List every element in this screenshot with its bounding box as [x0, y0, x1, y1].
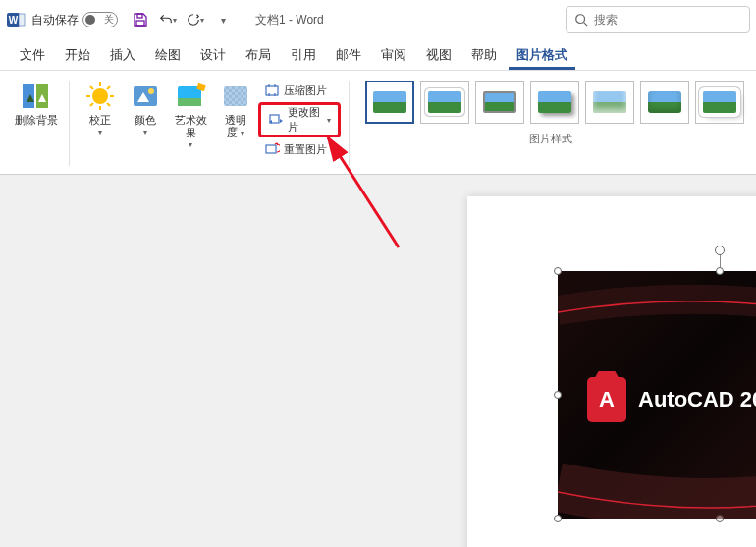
- group-adjust: 校正 ▾ 颜色 ▾ 艺术效果 ▾ 透明 度 ▾: [74, 77, 345, 170]
- tab-view[interactable]: 视图: [418, 40, 459, 70]
- change-picture-label: 更改图片: [288, 105, 323, 135]
- search-input[interactable]: [594, 13, 741, 27]
- color-button[interactable]: 颜色 ▾: [123, 77, 168, 140]
- svg-line-6: [584, 23, 588, 27]
- chevron-down-icon: ▾: [327, 116, 331, 125]
- tab-picture-format[interactable]: 图片格式: [509, 40, 575, 70]
- rotation-handle[interactable]: [715, 246, 725, 255]
- svg-rect-3: [137, 14, 142, 18]
- tab-draw[interactable]: 绘图: [147, 40, 189, 70]
- search-box[interactable]: [566, 6, 750, 33]
- tab-home[interactable]: 开始: [57, 40, 98, 70]
- change-picture-icon: [268, 112, 284, 128]
- svg-rect-7: [23, 84, 34, 108]
- tab-review[interactable]: 审阅: [373, 40, 414, 70]
- reset-picture-button[interactable]: 重置图片 ▾: [258, 137, 341, 161]
- tab-help[interactable]: 帮助: [463, 40, 505, 70]
- svg-rect-4: [136, 21, 144, 26]
- tab-references[interactable]: 引用: [283, 40, 324, 70]
- autocad-text: AutoCAD 20: [638, 387, 756, 412]
- svg-rect-2: [19, 14, 25, 26]
- autosave-toggle[interactable]: 关: [82, 12, 118, 27]
- remove-background-button[interactable]: 删除背景: [12, 77, 61, 131]
- svg-rect-24: [178, 98, 201, 106]
- redo-button[interactable]: ▾: [187, 11, 204, 28]
- tab-insert[interactable]: 插入: [102, 40, 143, 70]
- color-label: 颜色: [135, 114, 156, 127]
- compress-icon: [264, 82, 280, 98]
- artistic-effects-button[interactable]: 艺术效果 ▾: [168, 77, 213, 153]
- svg-line-19: [107, 86, 110, 89]
- chevron-down-icon: ▾: [331, 145, 335, 154]
- picture-style-2[interactable]: [420, 81, 469, 124]
- picture-style-1[interactable]: [365, 81, 414, 124]
- chevron-down-icon: ▾: [241, 129, 244, 137]
- picture-styles-gallery: [357, 77, 744, 124]
- transparency-button[interactable]: 透明 度 ▾: [213, 77, 258, 143]
- transparency-label-2: 度: [227, 126, 238, 137]
- autosave-toggle-wrap: 自动保存 关: [31, 12, 118, 28]
- svg-rect-29: [224, 86, 247, 106]
- autosave-label: 自动保存: [31, 12, 79, 28]
- autocad-icon: A: [587, 377, 626, 422]
- picture-style-4[interactable]: [530, 81, 579, 124]
- chevron-down-icon: ▾: [98, 128, 102, 137]
- adjust-small-buttons: 压缩图片 更改图片 ▾ 重置图片 ▾: [258, 77, 341, 161]
- remove-background-icon: [21, 81, 52, 112]
- svg-point-5: [576, 15, 585, 24]
- svg-rect-32: [266, 145, 276, 153]
- autocad-logo: A AutoCAD 20: [587, 377, 756, 422]
- title-bar: W 自动保存 关 ▾ ▾ ▾ 文档1 - Word: [0, 0, 756, 39]
- group-remove-bg: 删除背景: [8, 77, 65, 170]
- corrections-button[interactable]: 校正 ▾: [78, 77, 123, 140]
- picture-style-5[interactable]: [585, 81, 634, 124]
- undo-button[interactable]: ▾: [159, 11, 177, 28]
- word-app-icon: W: [6, 10, 26, 29]
- save-button[interactable]: [132, 11, 149, 28]
- svg-point-22: [148, 88, 154, 94]
- qat-customize-button[interactable]: ▾: [214, 11, 232, 28]
- svg-rect-30: [266, 86, 278, 95]
- picture-styles-group-label: 图片样式: [357, 132, 744, 146]
- ribbon: 删除背景 校正 ▾ 颜色 ▾ 艺术效果 ▾: [0, 71, 756, 175]
- search-icon: [574, 13, 588, 27]
- tab-design[interactable]: 设计: [192, 40, 234, 70]
- svg-text:W: W: [9, 15, 19, 26]
- picture-style-3[interactable]: [475, 81, 524, 124]
- compress-pictures-button[interactable]: 压缩图片: [258, 79, 341, 102]
- document-area[interactable]: A AutoCAD 20: [0, 175, 756, 547]
- picture-style-6[interactable]: [640, 81, 689, 124]
- selected-picture[interactable]: A AutoCAD 20: [558, 271, 756, 519]
- color-icon: [130, 81, 161, 112]
- chevron-down-icon: ▾: [189, 140, 192, 149]
- reset-picture-icon: [264, 141, 280, 157]
- highlight-annotation: 更改图片 ▾: [258, 102, 341, 137]
- remove-background-label: 删除背景: [15, 114, 58, 127]
- chevron-down-icon: ▾: [143, 128, 147, 137]
- quick-access-toolbar: ▾ ▾ ▾: [132, 11, 232, 28]
- svg-line-16: [90, 86, 93, 89]
- svg-line-17: [107, 103, 110, 106]
- transparency-icon: [220, 81, 251, 112]
- corrections-icon: [84, 81, 116, 112]
- autosave-off-text: 关: [104, 13, 114, 27]
- ribbon-tabs: 文件 开始 插入 绘图 设计 布局 引用 邮件 审阅 视图 帮助 图片格式: [0, 39, 756, 71]
- artistic-effects-label: 艺术效果: [170, 114, 211, 139]
- artistic-effects-icon: [175, 81, 206, 112]
- change-picture-button[interactable]: 更改图片 ▾: [262, 106, 337, 134]
- picture-style-7[interactable]: [695, 81, 744, 124]
- reset-picture-label: 重置图片: [284, 142, 327, 157]
- tab-file[interactable]: 文件: [12, 40, 53, 70]
- corrections-label: 校正: [89, 114, 111, 127]
- tab-layout[interactable]: 布局: [238, 40, 279, 70]
- group-picture-styles: 图片样式: [353, 77, 748, 170]
- svg-point-11: [92, 88, 108, 104]
- document-title: 文档1 - Word: [255, 12, 324, 28]
- tab-mailings[interactable]: 邮件: [328, 40, 369, 70]
- page: A AutoCAD 20: [467, 196, 756, 547]
- compress-pictures-label: 压缩图片: [284, 83, 327, 98]
- svg-line-18: [90, 103, 93, 106]
